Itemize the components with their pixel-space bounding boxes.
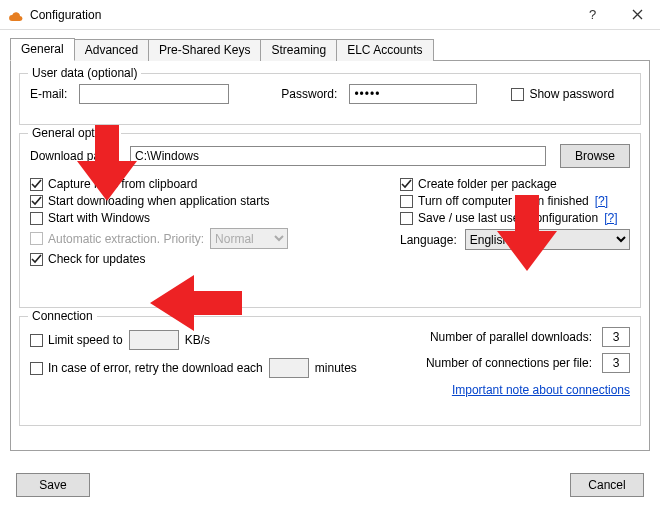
checkbox-icon: [511, 88, 524, 101]
check-limit-speed[interactable]: Limit speed to KB/s: [30, 330, 400, 350]
connection-note-link[interactable]: Important note about connections: [452, 383, 630, 397]
showpass-checkbox[interactable]: Show password: [511, 87, 614, 101]
priority-select: Normal: [210, 228, 288, 249]
check-create-folder[interactable]: Create folder per package: [400, 177, 630, 191]
tab-strip: General Advanced Pre-Shared Keys Streami…: [10, 38, 650, 61]
check-save-config[interactable]: Save / use last used configuration [?]: [400, 211, 630, 225]
checkmark-icon: [30, 195, 43, 208]
check-turnoff[interactable]: Turn off computer when finished [?]: [400, 194, 630, 208]
group-userdata: User data (optional) E-mail: Password: S…: [19, 73, 641, 125]
check-start-windows[interactable]: Start with Windows: [30, 211, 400, 225]
browse-button[interactable]: Browse: [560, 144, 630, 168]
retry-value-field: [269, 358, 309, 378]
email-field[interactable]: [79, 84, 229, 104]
bottom-bar: Save Cancel: [0, 465, 660, 505]
tab-streaming[interactable]: Streaming: [261, 39, 337, 61]
retry-unit-label: minutes: [315, 361, 357, 375]
language-label: Language:: [400, 233, 457, 247]
checkmark-icon: [400, 178, 413, 191]
check-start-downloading[interactable]: Start downloading when application start…: [30, 194, 400, 208]
tab-general[interactable]: General: [10, 38, 75, 61]
tab-elc-accounts[interactable]: ELC Accounts: [337, 39, 433, 61]
app-icon: [8, 7, 24, 23]
password-field[interactable]: [349, 84, 477, 104]
group-general: General options Download path: Browse Ca…: [19, 133, 641, 308]
parallel-label: Number of parallel downloads:: [430, 330, 592, 344]
dlpath-field[interactable]: [130, 146, 546, 166]
limit-value-field: [129, 330, 179, 350]
checkbox-icon: [30, 334, 43, 347]
tab-preshared-keys[interactable]: Pre-Shared Keys: [149, 39, 261, 61]
checkmark-icon: [30, 253, 43, 266]
group-general-legend: General options: [28, 126, 121, 140]
help-link[interactable]: [?]: [604, 211, 617, 225]
check-retry[interactable]: In case of error, retry the download eac…: [30, 358, 400, 378]
check-capture-links[interactable]: Capture links from clipboard: [30, 177, 400, 191]
checkbox-icon: [30, 362, 43, 375]
checkbox-icon: [30, 232, 43, 245]
checkbox-icon: [30, 212, 43, 225]
tab-advanced[interactable]: Advanced: [75, 39, 149, 61]
perfile-label: Number of connections per file:: [426, 356, 592, 370]
limit-unit-label: KB/s: [185, 333, 210, 347]
titlebar: Configuration ?: [0, 0, 660, 30]
close-button[interactable]: [615, 0, 660, 30]
checkmark-icon: [30, 178, 43, 191]
checkbox-icon: [400, 212, 413, 225]
checkbox-icon: [400, 195, 413, 208]
help-button[interactable]: ?: [570, 0, 615, 30]
email-label: E-mail:: [30, 87, 67, 101]
showpass-label: Show password: [529, 87, 614, 101]
dlpath-label: Download path:: [30, 149, 120, 163]
window-title: Configuration: [30, 8, 570, 22]
cancel-button[interactable]: Cancel: [570, 473, 644, 497]
content-pane: User data (optional) E-mail: Password: S…: [10, 61, 650, 451]
language-select[interactable]: English: [465, 229, 630, 250]
group-connection-legend: Connection: [28, 309, 97, 323]
save-button[interactable]: Save: [16, 473, 90, 497]
group-connection: Connection Limit speed to KB/s In case o…: [19, 316, 641, 426]
group-userdata-legend: User data (optional): [28, 66, 141, 80]
check-auto-extraction[interactable]: Automatic extraction. Priority: Normal: [30, 228, 400, 249]
parallel-field[interactable]: [602, 327, 630, 347]
password-label: Password:: [281, 87, 337, 101]
check-updates[interactable]: Check for updates: [30, 252, 400, 266]
help-link[interactable]: [?]: [595, 194, 608, 208]
perfile-field[interactable]: [602, 353, 630, 373]
